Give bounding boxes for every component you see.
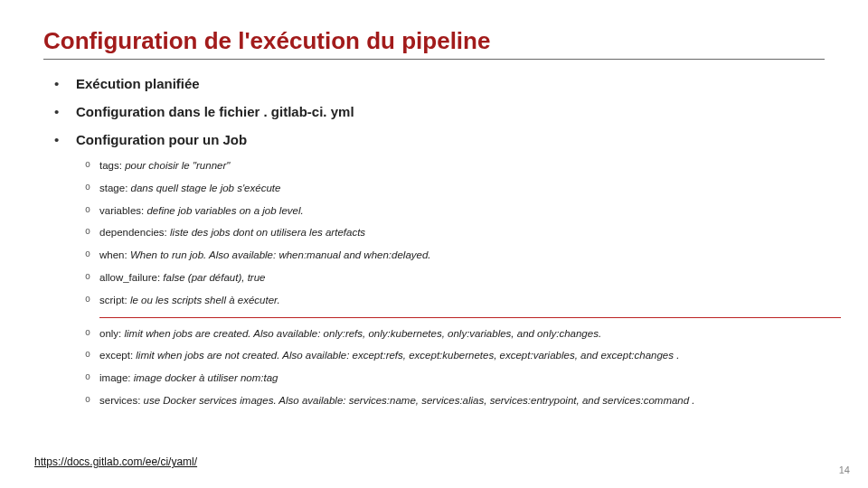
main-item-job: Configuration pour un Job — [76, 132, 825, 147]
sub-item-only: only: limit when jobs are created. Also … — [99, 328, 825, 341]
sub-item-allowfailure: allow_failure: false (par défaut), true — [99, 272, 825, 285]
sub-item-dependencies: dependencies: liste des jobs dont on uti… — [99, 227, 825, 239]
sub-item-services: services: use Docker services images. Al… — [99, 395, 825, 408]
sub-item-stage: stage: dans quell stage le job s'exécute — [99, 183, 825, 195]
sub-item-when: when: When to run job. Also available: w… — [99, 249, 825, 262]
sub-list-1: tags: pour choisir le "runner" stage: da… — [43, 160, 825, 307]
slide: Configuration de l'exécution du pipeline… — [0, 0, 868, 488]
divider-red — [99, 317, 841, 318]
main-item-yml-prefix: Configuration dans le fichier — [76, 104, 259, 119]
sub-list-2: only: limit when jobs are created. Also … — [43, 328, 825, 408]
main-item-scheduled: Exécution planifiée — [76, 76, 825, 91]
title-underline — [43, 59, 825, 60]
sub-item-image: image: image docker à utiliser nom:tag — [99, 372, 825, 385]
main-item-yml: Configuration dans le fichier . gitlab-c… — [76, 104, 825, 119]
sub-item-except: except: limit when jobs are not created.… — [99, 350, 825, 362]
footer-link[interactable]: https://docs.gitlab.com/ee/ci/yaml/ — [34, 455, 197, 468]
sub-item-script: script: le ou les scripts shell à exécut… — [99, 295, 825, 307]
main-item-yml-file: . gitlab-ci. yml — [264, 104, 354, 119]
sub-item-tags: tags: pour choisir le "runner" — [99, 160, 825, 173]
page-number: 14 — [839, 465, 850, 475]
slide-title: Configuration de l'exécution du pipeline — [43, 27, 825, 55]
sub-item-variables: variables: define job variables on a job… — [99, 205, 825, 218]
main-list: Exécution planifiée Configuration dans l… — [43, 76, 825, 147]
